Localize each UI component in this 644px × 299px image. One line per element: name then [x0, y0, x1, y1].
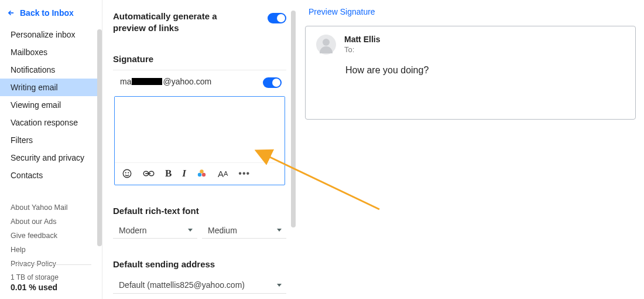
chevron-down-icon — [277, 284, 282, 287]
avatar-icon — [316, 35, 336, 55]
sidebar-item-viewing-email[interactable]: Viewing email — [0, 96, 102, 114]
signature-toggle[interactable] — [263, 77, 282, 88]
sidebar-item-filters[interactable]: Filters — [0, 131, 102, 149]
bold-icon[interactable]: B — [165, 168, 172, 179]
font-size-icon[interactable]: AA — [218, 169, 228, 179]
signature-account-email: ma @yahoo.com — [120, 77, 211, 86]
redacted-text — [132, 78, 162, 85]
meta-help[interactable]: Help — [0, 243, 102, 257]
preview-to-label: To: — [344, 45, 380, 54]
sidebar-item-contacts[interactable]: Contacts — [0, 167, 102, 184]
signature-preview-panel: Preview Signature Matt Ellis To: How are… — [297, 0, 644, 299]
preview-card: Matt Ellis To: How are you doing? — [305, 26, 636, 120]
storage-used: 0.01 % used — [11, 283, 91, 292]
back-to-inbox-label: Back to Inbox — [20, 8, 74, 18]
svg-point-6 — [202, 173, 205, 176]
meta-about-ads[interactable]: About our Ads — [0, 215, 102, 229]
back-to-inbox-link[interactable]: Back to Inbox — [0, 0, 102, 23]
sidebar-item-vacation-response[interactable]: Vacation response — [0, 114, 102, 131]
preview-body: How are you doing? — [345, 65, 625, 76]
meta-about-yahoo-mail[interactable]: About Yahoo Mail — [0, 201, 102, 215]
signature-toolbar: B I AA ••• — [115, 162, 285, 185]
settings-scrollbar[interactable] — [291, 11, 296, 227]
signature-editor[interactable]: B I AA ••• — [114, 96, 285, 185]
font-size-select[interactable]: Medium — [202, 222, 286, 239]
svg-point-7 — [200, 169, 203, 173]
rich-text-title: Default rich-text font — [113, 205, 286, 217]
storage-usage: 1 TB of storage 0.01 % used — [11, 264, 91, 292]
default-address-title: Default sending address — [113, 259, 286, 270]
more-icon[interactable]: ••• — [238, 168, 250, 179]
sidebar-scrollbar[interactable] — [97, 29, 102, 246]
sidebar-meta: About Yahoo Mail About our Ads Give feed… — [0, 184, 102, 271]
storage-total: 1 TB of storage — [11, 273, 91, 281]
preview-links-title: Automatically generate a preview of link… — [113, 11, 248, 33]
svg-point-1 — [125, 172, 126, 173]
svg-point-2 — [128, 172, 129, 173]
sidebar-item-personalize[interactable]: Personalize inbox — [0, 26, 102, 43]
arrow-left-icon — [7, 9, 15, 17]
link-icon[interactable] — [143, 169, 155, 178]
signature-textarea[interactable] — [115, 97, 285, 162]
svg-point-0 — [123, 169, 131, 178]
emoji-icon[interactable] — [122, 168, 132, 179]
settings-panel: Automatically generate a preview of link… — [102, 0, 297, 299]
svg-point-5 — [198, 173, 201, 176]
chevron-down-icon — [188, 229, 193, 232]
signature-title: Signature — [113, 53, 286, 65]
italic-icon[interactable]: I — [182, 168, 186, 179]
sidebar-item-mailboxes[interactable]: Mailboxes — [0, 43, 102, 61]
font-family-select[interactable]: Modern — [113, 222, 197, 239]
preview-links-toggle[interactable] — [268, 13, 286, 23]
preview-title: Preview Signature — [305, 5, 636, 19]
sidebar-nav: Personalize inbox Mailboxes Notification… — [0, 23, 102, 184]
sidebar-item-notifications[interactable]: Notifications — [0, 61, 102, 79]
default-address-select[interactable]: Default (mattellis825@yahoo.com) — [113, 277, 286, 294]
preview-from-name: Matt Ellis — [344, 35, 380, 44]
sidebar-item-security[interactable]: Security and privacy — [0, 149, 102, 167]
sidebar-item-writing-email[interactable]: Writing email — [0, 79, 102, 96]
chevron-down-icon — [277, 229, 282, 232]
color-icon[interactable] — [197, 168, 207, 179]
meta-give-feedback[interactable]: Give feedback — [0, 229, 102, 243]
settings-sidebar: Back to Inbox Personalize inbox Mailboxe… — [0, 0, 102, 299]
